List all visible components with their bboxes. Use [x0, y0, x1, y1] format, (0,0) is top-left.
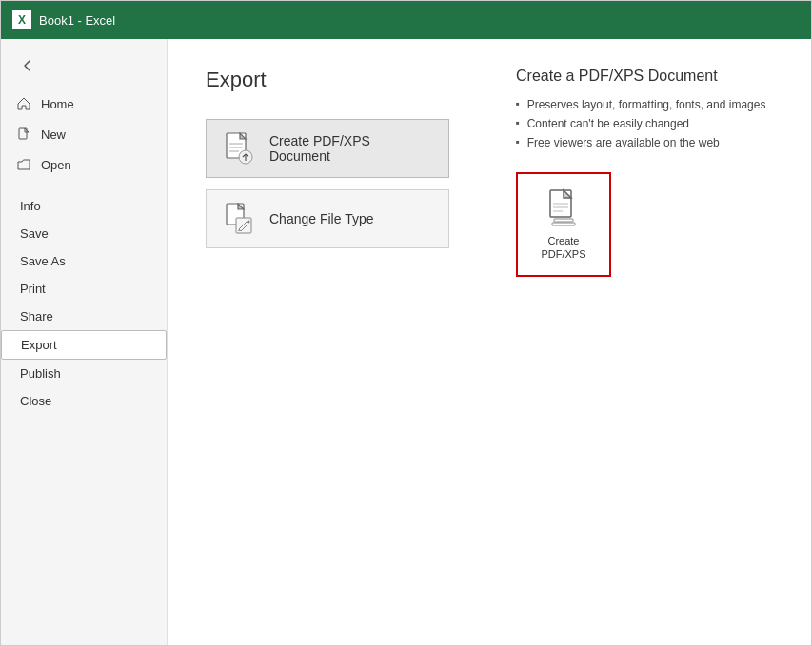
content-area: Export	[168, 39, 487, 645]
window-title: Book1 - Excel	[39, 13, 115, 28]
svg-rect-0	[19, 128, 27, 139]
sidebar-item-share[interactable]: Share	[1, 303, 167, 330]
right-panel-title: Create a PDF/XPS Document	[516, 68, 782, 85]
bullet-2-text: Content can't be easily changed	[527, 117, 689, 130]
sidebar-item-export[interactable]: Export	[1, 330, 167, 360]
feature-bullets: Preserves layout, formatting, fonts, and…	[516, 98, 782, 149]
sidebar-item-open[interactable]: Open	[1, 149, 167, 180]
back-arrow-icon	[21, 59, 34, 72]
change-file-type-label: Change File Type	[269, 211, 373, 226]
sidebar: Home New	[1, 39, 168, 645]
create-pdf-xps-label: Create PDF/XPS Document	[269, 133, 431, 164]
change-file-icon	[224, 204, 254, 234]
sidebar-item-save-as[interactable]: Save As	[1, 247, 167, 275]
change-file-type-option[interactable]: Change File Type	[206, 189, 449, 248]
folder-icon	[16, 157, 31, 172]
svg-rect-13	[554, 219, 573, 222]
pdf-xps-doc-icon	[224, 133, 254, 164]
sidebar-item-publish[interactable]: Publish	[1, 360, 167, 387]
bullet-item-3: Free viewers are available on the web	[516, 136, 782, 149]
export-options-list: Create PDF/XPS Document	[206, 119, 449, 248]
sidebar-item-close[interactable]: Close	[1, 387, 167, 415]
sidebar-item-info[interactable]: Info	[1, 192, 167, 220]
svg-rect-14	[552, 223, 575, 225]
sidebar-home-label: Home	[41, 97, 74, 111]
bullet-item-2: Content can't be easily changed	[516, 117, 782, 130]
main-content: Home New	[1, 39, 811, 645]
create-pdf-label: Create PDF/XPS	[541, 234, 585, 262]
sidebar-item-new[interactable]: New	[1, 119, 167, 149]
app-icon: X	[12, 10, 31, 29]
sidebar-new-label: New	[41, 127, 66, 142]
sidebar-open-label: Open	[41, 158, 71, 172]
bullet-item-1: Preserves layout, formatting, fonts, and…	[516, 98, 782, 111]
title-bar: X Book1 - Excel	[1, 1, 811, 39]
bullet-1-text: Preserves layout, formatting, fonts, and…	[527, 98, 766, 111]
excel-window: X Book1 - Excel Home	[0, 0, 812, 646]
page-title: Export	[206, 68, 449, 92]
create-pdf-xps-button[interactable]: Create PDF/XPS	[516, 172, 611, 277]
new-file-icon	[16, 127, 31, 142]
sidebar-item-save[interactable]: Save	[1, 220, 167, 247]
back-button[interactable]	[12, 50, 43, 81]
bullet-3-text: Free viewers are available on the web	[527, 136, 720, 149]
right-panel: Create a PDF/XPS Document Preserves layo…	[487, 39, 811, 645]
sidebar-item-home[interactable]: Home	[1, 88, 167, 119]
sidebar-item-print[interactable]: Print	[1, 275, 167, 303]
home-icon	[16, 96, 31, 111]
create-pdf-xps-option[interactable]: Create PDF/XPS Document	[206, 119, 449, 178]
pdf-doc-icon	[546, 188, 581, 228]
sidebar-divider	[16, 186, 151, 186]
